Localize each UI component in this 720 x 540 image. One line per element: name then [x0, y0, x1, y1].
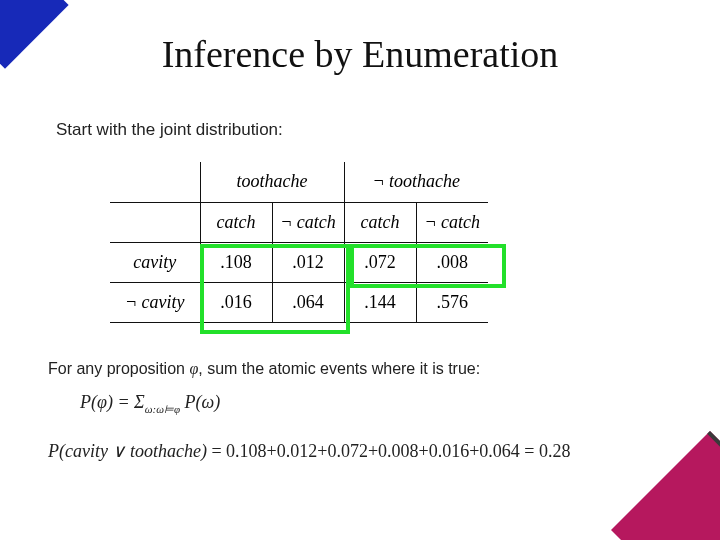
- cell: .016: [200, 282, 272, 322]
- col-not-catch-2: ¬ catch: [416, 202, 488, 242]
- cell: .108: [200, 242, 272, 282]
- col-not-catch: ¬ catch: [272, 202, 344, 242]
- joint-distribution-table: toothache ¬ toothache catch ¬ catch catc…: [110, 162, 488, 323]
- blank-cell: [110, 202, 200, 242]
- cell: .064: [272, 282, 344, 322]
- cell: .576: [416, 282, 488, 322]
- cell: .008: [416, 242, 488, 282]
- blank-cell: [110, 162, 200, 202]
- eq-rhs: = 0.108+0.012+0.072+0.008+0.016+0.064 = …: [211, 441, 570, 461]
- col-catch-2: catch: [344, 202, 416, 242]
- row-cavity: cavity: [110, 242, 200, 282]
- formula-lhs: P(φ) = Σ: [80, 392, 145, 412]
- phi-symbol: φ: [189, 360, 198, 377]
- explain-text-b: , sum the atomic events where it is true…: [198, 360, 480, 377]
- explain-text-a: For any proposition: [48, 360, 189, 377]
- formula-sub: ω:ω⊨φ: [145, 403, 180, 415]
- cell: .144: [344, 282, 416, 322]
- col-group-not-toothache: ¬ toothache: [344, 162, 488, 202]
- explain-text: For any proposition φ, sum the atomic ev…: [48, 360, 480, 378]
- intro-text: Start with the joint distribution:: [56, 120, 283, 140]
- worked-equation: P(cavity ∨ toothache) = 0.108+0.012+0.07…: [48, 440, 571, 462]
- probability-sum-formula: P(φ) = Σω:ω⊨φ P(ω): [80, 392, 220, 416]
- corner-accent-bottom-right: [611, 431, 720, 540]
- col-catch: catch: [200, 202, 272, 242]
- col-group-toothache: toothache: [200, 162, 344, 202]
- row-not-cavity: ¬ cavity: [110, 282, 200, 322]
- cell: .012: [272, 242, 344, 282]
- formula-rhs: P(ω): [180, 392, 220, 412]
- slide-title: Inference by Enumeration: [0, 32, 720, 76]
- eq-lhs: P(cavity ∨ toothache): [48, 441, 211, 461]
- cell: .072: [344, 242, 416, 282]
